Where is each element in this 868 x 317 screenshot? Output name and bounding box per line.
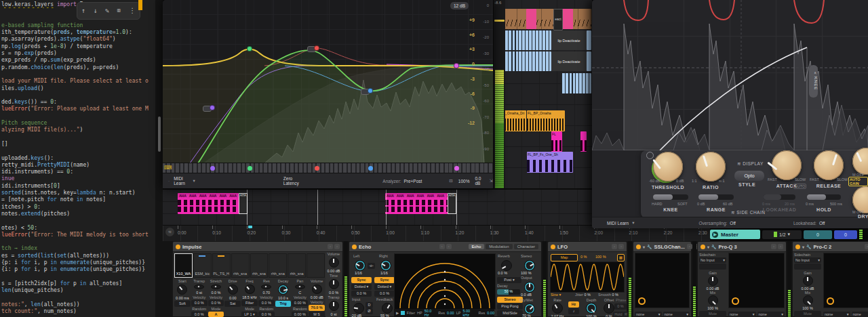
code-editor[interactable]: low.keras.layers import Ee-based samplin… — [0, 0, 163, 317]
wrench-icon[interactable]: 🔧 — [647, 245, 652, 249]
clip-midi[interactable] — [587, 51, 591, 71]
right-time-knob[interactable] — [380, 260, 391, 271]
phase-button[interactable]: Ø — [366, 308, 373, 314]
mix-knob[interactable] — [708, 295, 718, 305]
output-value[interactable]: 0.0 dB — [521, 293, 532, 297]
time-knob[interactable] — [329, 279, 339, 289]
master-fader-strip[interactable]: -8.6 — [493, 0, 505, 188]
lookahead-slider[interactable] — [764, 194, 795, 200]
proc-compressor-window[interactable]: « KNEE Opto MIDI Learn ▾ Oversampling: O… — [592, 0, 868, 228]
stereo-link-button[interactable]: -o- — [368, 263, 375, 269]
audition-icon[interactable] — [646, 152, 654, 159]
plugin-panel[interactable] — [728, 253, 785, 308]
ruler-label[interactable]: 0:00 — [178, 230, 186, 235]
impulse-slot[interactable] — [307, 253, 325, 278]
master-io-select[interactable]: 1/2▾ — [762, 230, 802, 239]
ruler-label[interactable]: 0:40 — [317, 230, 326, 235]
offset-left-value[interactable]: 0.0 % — [351, 291, 372, 297]
smooth-value[interactable]: 0 % — [612, 293, 618, 297]
zoom-value[interactable]: 100% — [458, 179, 470, 184]
param-dropdown[interactable]: none▾ — [757, 312, 785, 317]
volume-knob[interactable] — [329, 257, 339, 268]
more-options-icon[interactable]: ⋮ — [129, 7, 136, 14]
threshold-knob[interactable] — [653, 152, 683, 182]
sidechain-input-select[interactable]: No Input▾ — [794, 257, 821, 263]
chevron-down-icon[interactable]: ▾ — [632, 220, 634, 226]
res-knob[interactable] — [261, 284, 271, 289]
reverb-value[interactable]: 0.0 % — [498, 271, 507, 275]
param-button[interactable]: LP 1 ▾ — [241, 312, 258, 317]
depth-value[interactable]: 100 % — [583, 314, 599, 317]
impulse-device[interactable]: Impulse◦◦X10_WAESM_kicPL_TS_Hrhh_snarhh_… — [172, 241, 343, 317]
sidechain-slot[interactable] — [794, 263, 821, 270]
release-knob[interactable] — [814, 150, 844, 180]
clip-deactivated[interactable]: eact — [553, 9, 563, 30]
device-on-toggle[interactable] — [176, 245, 180, 249]
param-dropdown[interactable]: none▾ — [823, 312, 850, 317]
note-sync-button[interactable]: ♪ — [568, 308, 579, 314]
plugin-panel[interactable] — [823, 253, 868, 308]
wrench-icon[interactable]: 🔧 — [806, 245, 812, 249]
hold-button[interactable]: Hold — [613, 312, 624, 317]
clip-pink[interactable] — [526, 9, 536, 29]
dry-wet-knob[interactable] — [524, 303, 535, 314]
mode-pingpong-button[interactable]: Ping Pong — [497, 303, 523, 310]
device-on-toggle[interactable] — [551, 245, 555, 249]
shape-select[interactable]: Sine ▾ — [551, 293, 561, 297]
midi-learn-button[interactable]: MIDI Learn — [607, 221, 629, 226]
clip-audio-orange[interactable]: FL_BP_Omaha — [527, 110, 565, 131]
fader-handle[interactable] — [494, 20, 505, 22]
param-button[interactable]: A — [208, 312, 224, 317]
resize-icon[interactable]: ⇲ — [490, 178, 493, 184]
clip-audio-magenta[interactable] — [580, 131, 587, 152]
impulse-slot[interactable]: rhh_sna — [269, 253, 287, 278]
mute-button[interactable]: Mute — [699, 311, 726, 317]
input-gain-knob[interactable] — [353, 303, 364, 314]
depth-knob[interactable] — [586, 303, 597, 314]
echo-visualizer[interactable] — [394, 253, 496, 310]
echo-filter-bar[interactable]: ▶FilterHP50.0 HzRes0.00LP5.00 kHzRes0.00 — [394, 309, 494, 317]
ratio-knob[interactable] — [696, 152, 726, 182]
rate-knob[interactable] — [552, 303, 563, 314]
lookahead-value[interactable]: Off — [819, 221, 825, 226]
mute-button[interactable]: Mute — [794, 311, 821, 317]
rate-value[interactable]: 2.07 Hz — [549, 314, 566, 317]
impulse-slot[interactable]: rhh_sna — [288, 253, 306, 278]
ruler-label[interactable]: 1:50 — [559, 230, 568, 235]
phase-value[interactable]: 0 % — [614, 303, 627, 310]
ruler-label[interactable]: 1:40 — [525, 230, 534, 235]
analyzer-value[interactable]: Pre+Post — [403, 179, 422, 184]
clip-audio-aha-selected[interactable]: AHA — [448, 193, 456, 214]
expand-icon[interactable]: ▶ — [396, 311, 399, 315]
grid-icon[interactable]: ▦ — [617, 254, 625, 261]
clip-deactivated[interactable]: lip Deactivate — [551, 30, 587, 50]
latency-mode[interactable]: Zero Latency — [283, 176, 301, 186]
midi-learn-button[interactable]: MIDI Learn — [174, 176, 189, 186]
echo-device[interactable]: Echo◦◦EchoModulationCharacterLeftRight-o… — [349, 241, 542, 317]
proq-title-bar[interactable]: ▾🔧Pro-Q 3◦◦ — [698, 242, 786, 252]
ruler-label[interactable]: 1:30 — [490, 230, 499, 235]
clip-pink[interactable] — [562, 9, 573, 29]
lfo-device[interactable]: LFO◦◦Map0 %100 %▦Sine ▾Jitter 0 %Smooth … — [547, 241, 627, 317]
output-knob[interactable] — [524, 282, 535, 293]
clip-midi[interactable] — [587, 30, 591, 50]
impulse-slot[interactable]: PL_TS_H — [212, 253, 231, 278]
clip-drums[interactable] — [505, 9, 591, 29]
proc2-title-bar[interactable]: ▾🔧Pro-C 2◦◦ — [793, 242, 868, 252]
drive-knob[interactable] — [228, 284, 238, 295]
master-track-button[interactable]: ▶ Master — [710, 230, 760, 239]
ruler-label[interactable]: 2:10 — [629, 230, 638, 235]
hold-slider[interactable] — [807, 194, 841, 200]
stereo-value[interactable]: 100 % — [521, 271, 532, 275]
cell-toolbar[interactable]: ↑↓✎⌧⋮ — [77, 2, 140, 20]
chevron-icon[interactable]: ▾ — [802, 245, 804, 249]
gain-knob[interactable] — [708, 276, 718, 286]
decay-slider[interactable]: 50 % — [497, 289, 520, 295]
lfo-title-bar[interactable]: LFO◦◦ — [548, 242, 627, 252]
preset-icon[interactable]: ◦ — [439, 244, 445, 249]
clip-audio-aha[interactable]: AHAAHAAHAAHAAHAAHAAHA — [385, 193, 448, 214]
ruler-label[interactable]: 0:50 — [351, 230, 360, 235]
param-button[interactable]: 0.0 % — [208, 300, 224, 306]
chevron-icon[interactable]: ▾ — [707, 245, 709, 249]
param-dropdown[interactable]: none▾ — [663, 312, 690, 317]
